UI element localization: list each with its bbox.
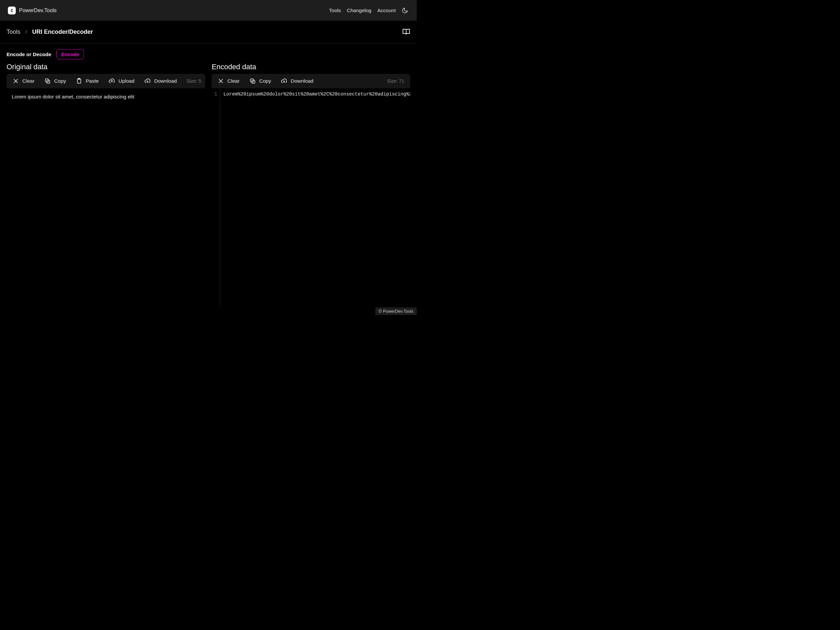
encoded-output[interactable]: 1 Lorem%20ipsum%20dolor%20sit%20amet%2C%… xyxy=(212,88,410,307)
encoded-code: Lorem%20ipsum%20dolor%20sit%20amet%2C%20… xyxy=(220,88,410,307)
original-download-label: Download xyxy=(154,78,177,84)
nav-account[interactable]: Account xyxy=(377,8,396,13)
encoded-copy-label: Copy xyxy=(259,78,271,84)
breadcrumb-parent[interactable]: Tools xyxy=(6,28,21,35)
cloud-upload-icon xyxy=(109,78,115,84)
original-toolbar: Clear Copy Paste Upload xyxy=(6,74,205,88)
mode-select[interactable]: Encode xyxy=(57,49,84,59)
brand-name: PowerDev.Tools xyxy=(19,8,57,13)
original-size-label: Size: 5 xyxy=(187,79,201,84)
original-upload-label: Upload xyxy=(118,78,134,84)
pane-original: Original data Clear Copy Paste xyxy=(6,63,205,307)
pane-encoded-box: Clear Copy Download Size: 71 1 xyxy=(212,74,410,307)
footer-copyright: © PowerDev.Tools xyxy=(375,308,417,315)
app-header: PowerDev.Tools Tools Changelog Account xyxy=(0,0,417,21)
nav-tools[interactable]: Tools xyxy=(329,8,341,13)
close-icon xyxy=(13,78,19,84)
cloud-download-icon xyxy=(281,78,287,84)
close-icon xyxy=(218,78,224,84)
panes: Original data Clear Copy Paste xyxy=(1,63,415,307)
page-body: Tools URI Encoder/Decoder Encode or Deco… xyxy=(1,21,415,307)
pane-encoded-title: Encoded data xyxy=(212,63,410,71)
encoded-size-label: Size: 71 xyxy=(387,79,404,84)
breadcrumb: Tools URI Encoder/Decoder xyxy=(6,28,93,35)
docs-button[interactable] xyxy=(402,28,410,36)
header-nav: Tools Changelog Account xyxy=(329,7,409,14)
moon-icon xyxy=(402,7,408,14)
pane-original-title: Original data xyxy=(6,63,205,71)
nav-changelog[interactable]: Changelog xyxy=(347,8,371,13)
encoded-clear-button[interactable]: Clear xyxy=(218,78,240,84)
encoded-clear-label: Clear xyxy=(227,78,240,84)
line-number: 1 xyxy=(212,92,217,97)
encoded-toolbar: Clear Copy Download Size: 71 xyxy=(212,74,410,88)
original-download-button[interactable]: Download xyxy=(144,78,177,84)
encoded-copy-button[interactable]: Copy xyxy=(249,78,271,84)
copy-icon xyxy=(249,78,256,84)
brand-logo-icon xyxy=(8,6,16,14)
mode-label: Encode or Decode xyxy=(6,52,51,57)
svg-point-1 xyxy=(12,11,13,12)
svg-point-0 xyxy=(12,9,13,10)
encoded-download-button[interactable]: Download xyxy=(281,78,313,84)
encoded-download-label: Download xyxy=(291,78,313,84)
brand[interactable]: PowerDev.Tools xyxy=(8,6,57,14)
original-clear-button[interactable]: Clear xyxy=(13,78,35,84)
pane-original-box: Clear Copy Paste Upload xyxy=(6,74,205,307)
original-upload-button[interactable]: Upload xyxy=(109,78,134,84)
line-gutter: 1 xyxy=(212,88,220,307)
original-copy-button[interactable]: Copy xyxy=(44,78,66,84)
clipboard-icon xyxy=(76,78,82,84)
breadcrumb-bar: Tools URI Encoder/Decoder xyxy=(1,21,415,43)
page-title: URI Encoder/Decoder xyxy=(32,28,93,35)
book-open-icon xyxy=(402,28,410,36)
theme-toggle-button[interactable] xyxy=(402,7,409,14)
original-copy-label: Copy xyxy=(54,78,66,84)
copy-icon xyxy=(44,78,51,84)
original-input[interactable] xyxy=(6,88,205,307)
mode-row: Encode or Decode Encode xyxy=(1,43,415,63)
original-paste-button[interactable]: Paste xyxy=(76,78,99,84)
chevron-right-icon xyxy=(24,29,29,35)
pane-encoded: Encoded data Clear Copy Download xyxy=(212,63,410,307)
cloud-download-icon xyxy=(144,78,151,84)
original-clear-label: Clear xyxy=(22,78,35,84)
original-paste-label: Paste xyxy=(86,78,99,84)
